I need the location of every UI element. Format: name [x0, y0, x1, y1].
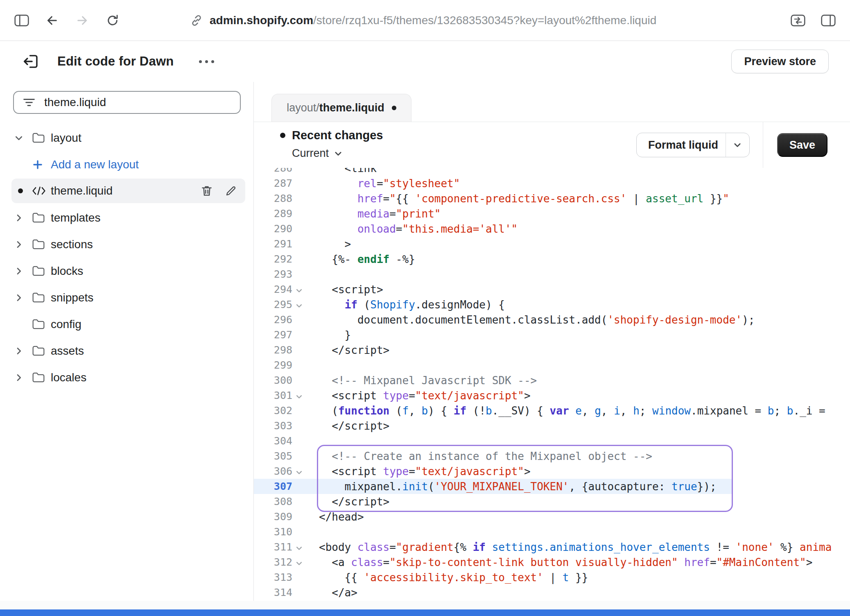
folder-item-layout[interactable]: layout	[0, 125, 245, 151]
unsaved-dot	[392, 106, 396, 110]
line-number: 293	[254, 268, 292, 280]
code-line-291[interactable]: 291 >	[254, 236, 850, 251]
folder-item-assets[interactable]: assets	[0, 337, 245, 364]
code-file-icon	[32, 186, 46, 195]
tree-item-label: theme.liquid	[51, 184, 113, 197]
folder-icon	[32, 372, 45, 383]
folder-item-locales[interactable]: locales	[0, 364, 245, 391]
fold-chevron-icon	[295, 287, 303, 294]
code-line-296[interactable]: 296 document.documentElement.classList.a…	[254, 312, 850, 327]
add-layout-link[interactable]: Add a new layout	[0, 151, 245, 178]
code-line-295[interactable]: 295 if (Shopify.designMode) {	[254, 297, 850, 312]
code-line-308[interactable]: 308 </script>	[254, 494, 850, 509]
code-line-313[interactable]: 313 {{ 'accessibility.skip_to_text' | t …	[254, 570, 850, 585]
code-line-301[interactable]: 301 <script type="text/javascript">	[254, 388, 850, 403]
code-line-306[interactable]: 306 <script type="text/javascript">	[254, 464, 850, 479]
save-button[interactable]: Save	[777, 133, 827, 157]
reload-icon[interactable]	[103, 11, 122, 30]
fold-chevron-icon	[295, 393, 303, 401]
code-line-314[interactable]: 314 </a>	[254, 585, 850, 600]
toolbar-divider	[763, 122, 763, 168]
fold-chevron-icon	[295, 469, 303, 476]
extensions-icon[interactable]	[789, 11, 807, 30]
code-line-305[interactable]: 305 <!-- Create an instance of the Mixpa…	[254, 448, 850, 464]
code-line-286[interactable]: 286 <link	[254, 168, 850, 176]
line-number: 305	[254, 450, 292, 462]
more-options-icon[interactable]	[197, 53, 217, 70]
code-line-288[interactable]: 288 href="{{ 'component-predictive-searc…	[254, 191, 850, 206]
back-icon[interactable]	[43, 11, 61, 30]
folder-item-blocks[interactable]: blocks	[0, 258, 245, 284]
line-number: 310	[254, 526, 292, 538]
fold-toggle[interactable]	[292, 391, 305, 401]
fold-toggle[interactable]	[292, 300, 305, 310]
code-line-311[interactable]: 311<body class="gradient{% if settings.a…	[254, 539, 850, 555]
code-line-297[interactable]: 297 }	[254, 327, 850, 342]
folder-item-snippets[interactable]: snippets	[0, 284, 245, 311]
link-icon	[190, 14, 203, 27]
version-dropdown[interactable]: Current	[292, 147, 383, 160]
code-line-303[interactable]: 303 </script>	[254, 418, 850, 433]
browser-window: admin.shopify.com/store/rzq1xu-f5/themes…	[0, 0, 850, 616]
tree-item-label: layout	[51, 131, 81, 145]
file-sidebar: layoutAdd a new layouttheme.liquidtempla…	[0, 82, 254, 601]
fold-toggle[interactable]	[292, 542, 305, 552]
code-line-310[interactable]: 310	[254, 524, 850, 539]
file-item-theme.liquid[interactable]: theme.liquid	[11, 179, 245, 203]
tree-item-label: templates	[51, 211, 100, 224]
fold-toggle[interactable]	[292, 467, 305, 476]
changes-dot	[280, 133, 285, 138]
chevron-down-icon	[14, 133, 24, 143]
tab-theme-liquid[interactable]: layout/theme.liquid	[271, 94, 411, 122]
chevron-down-icon	[334, 149, 343, 158]
folder-item-templates[interactable]: templates	[0, 204, 245, 231]
line-number: 290	[254, 223, 292, 235]
code-line-290[interactable]: 290 onload="this.media='all'"	[254, 221, 850, 236]
chevron-down-icon[interactable]	[726, 133, 749, 157]
sidebar-right-toggle-icon[interactable]	[819, 11, 838, 30]
footer-strip	[0, 601, 850, 609]
tree-item-label: sections	[51, 238, 93, 251]
code-line-299[interactable]: 299	[254, 358, 850, 373]
folder-item-config[interactable]: config	[0, 311, 245, 337]
file-filter-box[interactable]	[13, 91, 241, 114]
code-line-300[interactable]: 300 <!-- Mixpanel Javascript SDK -->	[254, 373, 850, 388]
code-line-309[interactable]: 309</head>	[254, 509, 850, 524]
line-number: 295	[254, 299, 292, 310]
tree-item-label: assets	[51, 344, 84, 358]
app-header: Edit code for Dawn Preview store	[0, 41, 850, 82]
line-number: 300	[254, 374, 292, 386]
code-line-298[interactable]: 298 </script>	[254, 342, 850, 358]
folder-item-sections[interactable]: sections	[0, 231, 245, 258]
filter-icon	[23, 97, 35, 107]
address-bar[interactable]: admin.shopify.com/store/rzq1xu-f5/themes…	[190, 14, 656, 27]
code-editor[interactable]: 286 <link287 rel="stylesheet"288 href="{…	[254, 168, 850, 601]
code-line-312[interactable]: 312 <a class="skip-to-content-link butto…	[254, 555, 850, 570]
folder-icon	[32, 212, 45, 223]
delete-file-button[interactable]	[200, 184, 213, 197]
code-line-294[interactable]: 294 <script>	[254, 282, 850, 297]
rename-file-button[interactable]	[225, 185, 237, 197]
fold-toggle[interactable]	[292, 557, 305, 567]
line-number: 307	[254, 480, 292, 492]
code-line-304[interactable]: 304	[254, 433, 850, 448]
forward-icon[interactable]	[73, 11, 92, 30]
code-line-289[interactable]: 289 media="print"	[254, 206, 850, 221]
window-sidebar-toggle-icon[interactable]	[12, 11, 31, 30]
code-line-302[interactable]: 302 (function (f, b) { if (!b.__SV) { va…	[254, 403, 850, 418]
format-liquid-button[interactable]: Format liquid	[636, 133, 750, 157]
chevron-right-icon	[14, 266, 24, 276]
file-filter-input[interactable]	[44, 96, 231, 109]
fold-toggle[interactable]	[292, 285, 305, 294]
line-number: 294	[254, 283, 292, 295]
folder-icon	[32, 239, 45, 250]
code-line-292[interactable]: 292 {%- endif -%}	[254, 251, 850, 267]
line-number: 301	[254, 390, 292, 401]
folder-icon	[32, 345, 45, 356]
code-line-293[interactable]: 293	[254, 267, 850, 282]
fold-chevron-icon	[295, 302, 303, 310]
code-line-287[interactable]: 287 rel="stylesheet"	[254, 176, 850, 191]
code-line-307[interactable]: 307 mixpanel.init('YOUR_MIXPANEL_TOKEN',…	[254, 479, 850, 494]
preview-store-button[interactable]: Preview store	[731, 50, 829, 73]
exit-editor-icon[interactable]	[21, 52, 40, 71]
